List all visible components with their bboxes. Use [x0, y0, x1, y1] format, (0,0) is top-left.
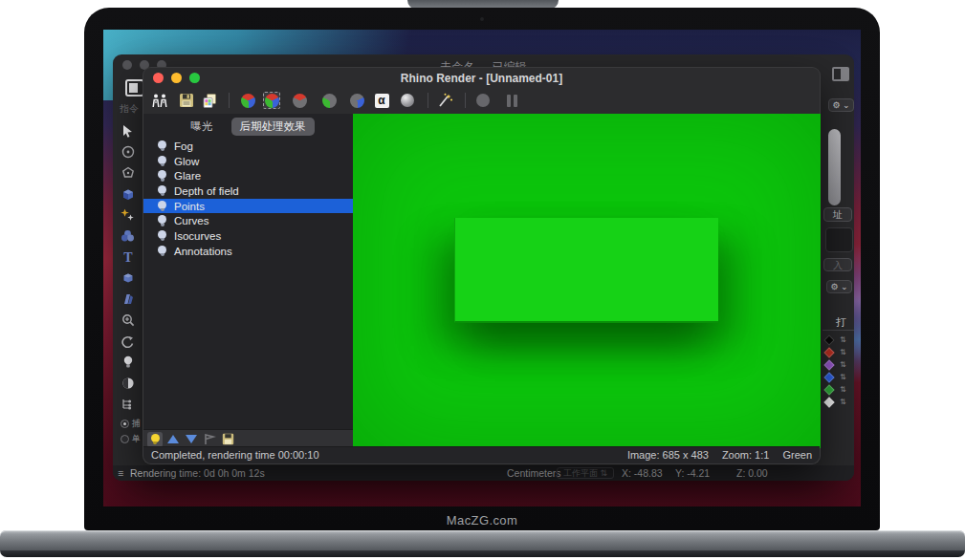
transform-tool-icon[interactable] [121, 207, 136, 223]
save-effects-icon[interactable] [220, 432, 235, 447]
macos-desktop: 未命名 — 已编辑 ⚙ ⌄ 指令 T [103, 30, 861, 506]
coordinate-z: Z: 0.00 [736, 465, 768, 481]
divider [822, 330, 854, 331]
print-width-stepper-icon[interactable]: ⇅ [840, 374, 846, 381]
rgb-channels-selected-icon[interactable] [263, 92, 280, 109]
bulb-icon [158, 215, 166, 226]
snap-option-row[interactable]: 捕 [121, 418, 141, 430]
list-item-depth-of-field[interactable]: Depth of field [143, 183, 353, 199]
list-item-curves[interactable]: Curves [143, 213, 353, 228]
light-tool-icon[interactable] [121, 355, 136, 370]
list-item-annotations[interactable]: Annotations [143, 244, 353, 259]
divider [428, 93, 428, 108]
divider [465, 93, 466, 108]
insert-button[interactable]: 入 [823, 258, 852, 271]
bulb-icon [158, 140, 166, 152]
alpha-channel-icon[interactable]: α [373, 92, 390, 109]
solid-tool-icon[interactable] [121, 270, 136, 286]
spheres-tool-icon[interactable] [121, 228, 136, 244]
effects-tab-bar: 曝光 后期处理效果 [143, 114, 353, 135]
main-status-bar: ≡ Rendering time: 0d 0h 0m 12s Centimete… [113, 465, 854, 481]
pause-icon[interactable] [503, 92, 520, 109]
flag-icon[interactable] [202, 432, 217, 447]
snap-option-row[interactable]: 单 [121, 433, 141, 445]
print-width-stepper-icon[interactable]: ⇅ [840, 336, 846, 344]
shaded-view-tool-icon[interactable] [121, 376, 136, 391]
laptop-lid: MacZG.com 未命名 — 已编辑 ⚙ ⌄ [84, 8, 880, 530]
list-item-fog[interactable]: Fog [143, 139, 353, 154]
render-status-message: Completed, rendering time 00:00:10 [151, 449, 319, 461]
layer-row[interactable]: ⇅ [825, 348, 846, 356]
render-window-title: Rhino Render - [Unnamed-01] [143, 72, 820, 85]
watermark: MacZG.com [84, 513, 880, 528]
layer-row[interactable]: ⇅ [825, 373, 846, 381]
rendered-image-viewport[interactable] [353, 114, 821, 448]
image-size-label: Image: 685 x 483 [627, 449, 709, 461]
layer-color-swatch[interactable] [823, 334, 834, 345]
list-item-glow[interactable]: Glow [143, 154, 353, 169]
tree-tool-icon[interactable] [121, 397, 136, 412]
layer-color-swatch[interactable] [823, 384, 834, 395]
material-sphere-icon[interactable] [399, 92, 416, 109]
layer-color-swatch[interactable] [823, 372, 834, 382]
green-channel-icon[interactable] [320, 92, 338, 109]
post-effects-wand-icon[interactable] [436, 92, 453, 109]
radio-icon[interactable] [121, 420, 129, 428]
circle-tool-icon[interactable] [121, 144, 136, 160]
rotate-view-tool-icon[interactable] [121, 334, 136, 349]
channel-label: Green [782, 449, 812, 461]
polygon-tool-icon[interactable] [121, 165, 136, 181]
zoom-level-label: Zoom: 1:1 [722, 449, 770, 461]
units-label[interactable]: Centimeters [507, 465, 561, 481]
layer-color-list: ⇅ ⇅ ⇅ ⇅ ⇅ ⇅ [825, 335, 846, 406]
status-menu-icon[interactable]: ≡ [118, 465, 123, 481]
box-tool-icon[interactable] [121, 186, 136, 202]
select-cursor-icon[interactable] [121, 123, 136, 139]
list-item-glare[interactable]: Glare [143, 168, 353, 183]
layer-color-swatch[interactable] [823, 347, 834, 357]
red-channel-icon[interactable] [291, 92, 308, 109]
surface-tool-icon[interactable] [121, 291, 136, 307]
panel-gear-menu-top[interactable]: ⚙ ⌄ [828, 98, 854, 112]
radio-icon[interactable] [121, 435, 129, 443]
layer-color-swatch[interactable] [823, 359, 834, 370]
print-width-stepper-icon[interactable]: ⇅ [840, 386, 846, 394]
cplane-dropdown[interactable]: 工作平面 ⇅ [557, 467, 614, 479]
print-width-stepper-icon[interactable]: ⇅ [840, 361, 846, 369]
coordinate-y: Y: -4.21 [675, 465, 710, 481]
save-icon[interactable] [178, 92, 195, 109]
panel-scrollbar[interactable] [828, 129, 841, 205]
text-tool-icon[interactable]: T [121, 249, 136, 265]
url-button[interactable]: 址 [823, 207, 852, 222]
record-icon[interactable] [474, 92, 492, 109]
tab-post-effects[interactable]: 后期处理效果 [231, 118, 315, 136]
tab-exposure[interactable]: 曝光 [183, 118, 222, 136]
layer-row[interactable]: ⇅ [825, 360, 846, 369]
bulb-icon [158, 201, 166, 212]
rendering-time-status: Rendering time: 0d 0h 0m 12s [130, 465, 265, 481]
layer-row[interactable]: ⇅ [825, 385, 846, 394]
copy-to-clipboard-icon[interactable] [201, 92, 218, 109]
rhino-render-window: Rhino Render - [Unnamed-01] α [143, 67, 821, 464]
rgb-channels-icon[interactable] [239, 92, 256, 109]
panel-gear-menu-bottom[interactable]: ⚙ ⌄ [826, 280, 852, 293]
webcam-icon [480, 17, 484, 21]
bulb-icon [158, 246, 166, 257]
blue-channel-icon[interactable] [348, 92, 365, 109]
zoom-tool-icon[interactable] [121, 312, 136, 328]
move-down-icon[interactable] [184, 432, 199, 447]
layer-row[interactable]: ⇅ [825, 335, 846, 344]
print-width-stepper-icon[interactable]: ⇅ [840, 349, 846, 356]
panel-text-field[interactable] [825, 227, 853, 252]
bulb-icon [158, 156, 166, 167]
move-up-icon[interactable] [165, 432, 181, 447]
list-item-isocurves[interactable]: Isocurves [143, 228, 353, 244]
list-item-points[interactable]: Points [143, 199, 353, 214]
save-incremental-people-icon[interactable] [151, 92, 168, 109]
viewport-layout-icon[interactable] [125, 79, 144, 97]
print-width-stepper-icon[interactable]: ⇅ [840, 398, 846, 406]
panel-toggle-icon[interactable] [832, 67, 849, 81]
toggle-effect-bulb-icon[interactable] [147, 432, 163, 447]
layer-row[interactable]: ⇅ [825, 398, 846, 406]
layer-color-swatch[interactable] [823, 397, 834, 407]
